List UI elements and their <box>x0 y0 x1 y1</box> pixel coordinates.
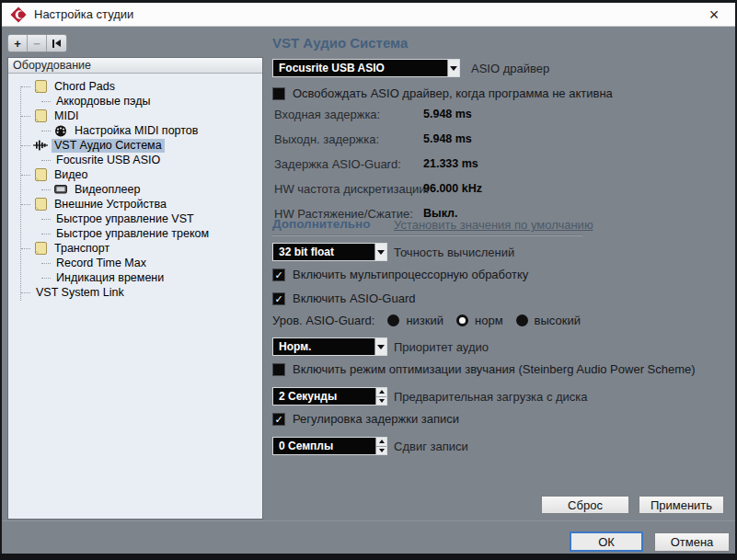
tree-connector-stub <box>41 263 51 264</box>
reset-button[interactable]: Сброс <box>541 496 629 514</box>
ok-button[interactable]: ОК <box>570 531 643 552</box>
arrow-down-icon[interactable] <box>376 397 386 406</box>
asio-driver-select[interactable]: Focusrite USB ASIO <box>272 59 460 77</box>
checkbox-icon <box>272 363 285 376</box>
chevron-down-icon <box>374 244 386 260</box>
device-toolbar: + − <box>7 34 67 52</box>
power-scheme-checkbox[interactable]: Включить режим оптимизации звучания (Ste… <box>272 362 696 376</box>
tree-item-vst-аудио-система[interactable]: VST Аудио Система <box>8 138 262 153</box>
tree-item-видеоплеер[interactable]: Видеоплеер <box>8 182 262 197</box>
radio-normal[interactable] <box>456 314 468 326</box>
cancel-button[interactable]: Отмена <box>654 532 730 552</box>
remove-glyph: − <box>33 37 40 51</box>
record-shift-label: Сдвиг записи <box>394 440 468 453</box>
apply-button[interactable]: Применить <box>639 496 724 514</box>
tree-item-vst-system-link[interactable]: VST System Link <box>8 285 262 300</box>
checkbox-label: Включить мультипроцессорную обработку <box>293 268 528 281</box>
window-edge <box>0 0 2 560</box>
tree-connector-stub <box>41 219 51 220</box>
tree-item-label: VST Аудио Система <box>52 139 165 153</box>
tree-item-индикация-времени[interactable]: Индикация времени <box>8 270 262 285</box>
precision-label: Точность вычислений <box>394 246 514 259</box>
tree-item-быстрое-управление-vst[interactable]: Быстрое управление VST <box>8 211 262 226</box>
checkbox-label: Освобождать ASIO драйвер, когда программ… <box>293 86 613 100</box>
tree-item-label: VST System Link <box>33 286 127 300</box>
release-driver-checkbox[interactable]: Освобождать ASIO драйвер, когда программ… <box>272 86 613 100</box>
precision-value: 32 bit float <box>273 246 374 258</box>
tree-connector-stub <box>21 145 30 146</box>
tree-item-label: Индикация времени <box>53 271 167 285</box>
tree-item-label: Focusrite USB ASIO <box>53 154 163 167</box>
radio-low[interactable] <box>387 314 399 326</box>
tree-item-видео[interactable]: Видео <box>8 167 262 182</box>
tree-item-focusrite-usb-asio[interactable]: Focusrite USB ASIO <box>8 153 262 167</box>
close-icon[interactable]: × <box>702 4 726 26</box>
device-tree-panel: Оборудование Chord PadsАккордовые пэдыMI… <box>7 57 263 520</box>
record-shift-value: 0 Семплы <box>273 438 375 454</box>
tree-connector-stub <box>21 86 30 87</box>
device-tree: Chord PadsАккордовые пэдыMIDIНастройка M… <box>8 74 262 300</box>
info-label: Задержка ASIO-Guard: <box>274 157 423 182</box>
preload-stepper[interactable]: 2 Секунды <box>272 387 387 406</box>
tree-item-record-time-max[interactable]: Record Time Max <box>8 256 262 270</box>
stepper-arrows <box>375 438 386 454</box>
info-row: Выходн. задержка:5.948 ms <box>274 132 624 157</box>
tree-item-настройка-midi-портов[interactable]: Настройка MIDI портов <box>8 123 262 138</box>
stepper-arrows <box>375 388 386 405</box>
bottom-divider <box>0 520 737 521</box>
multiprocessing-checkbox[interactable]: ✓ Включить мультипроцессорную обработку <box>272 268 528 281</box>
checkbox-label: Включить ASIO-Guard <box>293 291 415 305</box>
info-value: 96.000 kHz <box>423 182 482 207</box>
tree-connector-stub <box>41 160 51 161</box>
info-label: HW частота дискретизации: <box>274 182 423 207</box>
reset-tree-button[interactable] <box>47 35 66 51</box>
checkbox-label: Регулировка задержки записи <box>293 412 459 426</box>
tree-item-chord-pads[interactable]: Chord Pads <box>8 79 262 94</box>
tree-item-аккордовые-пэды[interactable]: Аккордовые пэды <box>8 94 262 109</box>
audio-priority-select[interactable]: Норм. <box>272 337 387 356</box>
info-row: Входная задержка:5.948 ms <box>274 108 624 132</box>
record-shift-stepper[interactable]: 0 Семплы <box>272 437 387 455</box>
skip-to-start-icon <box>52 40 61 48</box>
record-latency-checkbox[interactable]: ✓ Регулировка задержки записи <box>272 412 459 426</box>
tree-item-label: Внешние Устройства <box>52 198 169 211</box>
chevron-down-icon <box>447 60 459 76</box>
arrow-down-icon[interactable] <box>376 447 386 455</box>
precision-select[interactable]: 32 bit float <box>272 243 387 261</box>
latency-info: Входная задержка:5.948 msВыходн. задержк… <box>274 108 624 232</box>
info-row: HW частота дискретизации:96.000 kHz <box>274 182 624 207</box>
tree-item-label: Быстрое управление треком <box>53 227 212 241</box>
group-label: Уров. ASIO-Guard: <box>272 314 374 327</box>
folder-icon <box>33 109 48 122</box>
folder-icon <box>33 242 48 255</box>
info-label: Входная задержка: <box>274 108 423 132</box>
page-title: VST Аудио Система <box>272 35 408 51</box>
radio-high[interactable] <box>516 314 528 326</box>
tree-item-label: Видеоплеер <box>72 183 143 197</box>
arrow-up-icon[interactable] <box>376 388 386 397</box>
preload-value: 2 Секунды <box>273 388 375 405</box>
tree-item-label: Транспорт <box>52 242 112 256</box>
tree-connector-stub <box>21 116 30 117</box>
asio-guard-level-group: Уров. ASIO-Guard: низкий норм высокий <box>272 314 581 327</box>
chevron-down-icon <box>374 338 386 355</box>
section-divider <box>272 234 582 236</box>
tree-connector-stub <box>41 101 51 102</box>
info-value: 5.948 ms <box>423 132 472 157</box>
folder-icon <box>33 80 48 93</box>
info-label: Выходн. задержка: <box>274 132 423 157</box>
set-defaults-link[interactable]: Установить значения по умолчанию <box>394 218 593 232</box>
remove-device-button[interactable]: − <box>28 35 47 51</box>
checkmark-icon: ✓ <box>272 292 285 305</box>
tree-item-midi[interactable]: MIDI <box>8 109 262 123</box>
add-device-button[interactable]: + <box>8 35 28 51</box>
asio-driver-value: Focusrite USB ASIO <box>273 62 447 74</box>
asio-guard-checkbox[interactable]: ✓ Включить ASIO-Guard <box>272 291 415 305</box>
arrow-up-icon[interactable] <box>376 438 386 447</box>
asio-driver-label: ASIO драйвер <box>471 62 549 75</box>
tree-connector-stub <box>41 131 51 131</box>
tree-item-транспорт[interactable]: Транспорт <box>8 241 262 256</box>
tree-item-внешние-устройства[interactable]: Внешние Устройства <box>8 197 262 211</box>
tree-item-быстрое-управление-треком[interactable]: Быстрое управление треком <box>8 226 262 241</box>
tree-connector-stub <box>41 234 51 234</box>
